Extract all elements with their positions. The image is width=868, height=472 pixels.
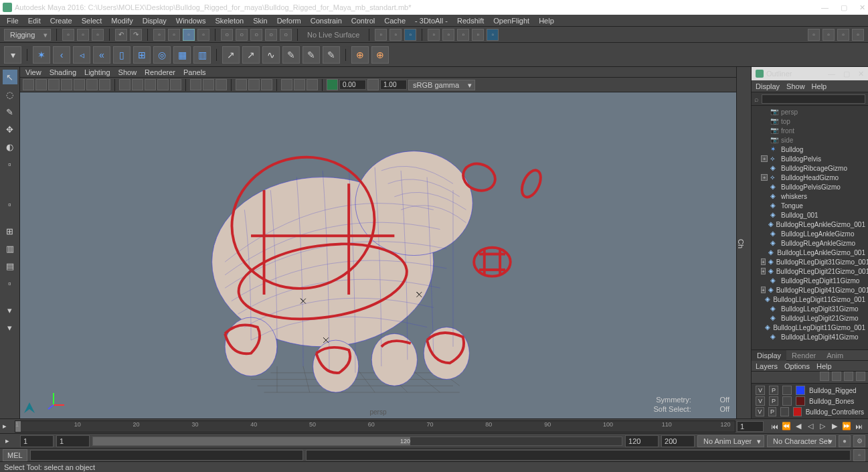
- gamma-field[interactable]: [380, 80, 407, 90]
- menu-skeleton[interactable]: Skeleton: [211, 15, 248, 26]
- range-slider-track[interactable]: 120: [92, 437, 622, 446]
- shelf-item-12-icon[interactable]: ∿: [262, 46, 280, 64]
- shelf-item-7-icon[interactable]: ◎: [153, 46, 171, 64]
- range-inner-end-field[interactable]: [625, 435, 659, 447]
- sidebar-toggle-2-icon[interactable]: ▫: [822, 29, 835, 41]
- outliner-item[interactable]: 📷side: [752, 135, 868, 145]
- exposure-field[interactable]: [339, 80, 366, 90]
- layer-color-swatch[interactable]: [793, 407, 802, 416]
- outliner-item[interactable]: ◈BulldogRLegDigit11Gizmo: [752, 276, 868, 285]
- expand-icon[interactable]: +: [761, 155, 768, 162]
- outliner-tree[interactable]: 📷persp📷top📷front📷side✶Bulldog+⟡BulldogPe…: [752, 106, 868, 349]
- time-slider-track[interactable]: 1102030405060708090100110120: [15, 420, 735, 432]
- menu-dtoall[interactable]: - 3DtoAll -: [411, 15, 452, 26]
- menu-constrain[interactable]: Constrain: [307, 15, 346, 26]
- shelf-item-9-icon[interactable]: ▥: [193, 46, 211, 64]
- layer-type-toggle[interactable]: [782, 386, 792, 395]
- layer-color-swatch[interactable]: [796, 386, 805, 395]
- lights-icon[interactable]: [157, 79, 169, 90]
- menu-skin[interactable]: Skin: [249, 15, 271, 26]
- shelf-item-14-icon[interactable]: ✎: [302, 46, 320, 64]
- expand-icon[interactable]: +: [761, 268, 766, 274]
- shadows-icon[interactable]: [170, 79, 181, 90]
- hypershade-icon[interactable]: ▫: [487, 29, 499, 41]
- outliner-item[interactable]: ◈BulldogLLegDigit11Gizmo_001: [752, 295, 868, 304]
- layer-type-toggle[interactable]: [782, 396, 792, 406]
- gate-mask-icon[interactable]: [99, 79, 110, 90]
- exposure-lock-icon[interactable]: [281, 79, 292, 90]
- layer-new-selected-icon[interactable]: [856, 372, 865, 381]
- ao-icon[interactable]: [236, 79, 247, 90]
- outliner-item[interactable]: 📷top: [752, 116, 868, 126]
- open-scene-icon[interactable]: ▫: [77, 29, 89, 41]
- redo-icon[interactable]: ↷: [130, 29, 142, 41]
- layer-move-down-icon[interactable]: [832, 372, 841, 381]
- shelf-item-11-icon[interactable]: ↗: [242, 46, 260, 64]
- outliner-item[interactable]: ◈BulldogRLegAnkleGizmo_001: [752, 220, 868, 229]
- outliner-item[interactable]: 📷persp: [752, 107, 868, 116]
- outliner-item[interactable]: ◈BulldogLLegDigit31Gizmo: [752, 304, 868, 313]
- outliner-item[interactable]: ◈BulldogLLegDigit21Gizmo: [752, 313, 868, 323]
- isolate-icon[interactable]: [190, 79, 201, 90]
- auto-key-icon[interactable]: ●: [839, 435, 851, 447]
- rotate-tool[interactable]: ◐: [3, 139, 17, 154]
- sidebar-toggle-3-icon[interactable]: ▫: [837, 29, 849, 41]
- outliner-item[interactable]: +⟡BulldogPelvis: [752, 154, 868, 163]
- layer-new-empty-icon[interactable]: [844, 372, 853, 381]
- layer-row[interactable]: VPBulldog_Bones: [752, 396, 868, 406]
- menu-openflight[interactable]: OpenFlight: [489, 15, 533, 26]
- menu-help[interactable]: Help: [535, 15, 558, 26]
- shelf-item-4-icon[interactable]: «: [93, 46, 110, 64]
- shelf-item-3-icon[interactable]: ◃: [73, 46, 90, 64]
- layer-visibility-toggle[interactable]: V: [756, 396, 765, 406]
- exposure-icon[interactable]: [294, 79, 305, 90]
- xray-joints-icon[interactable]: [215, 79, 227, 90]
- shelf-item-2-icon[interactable]: ‹: [53, 46, 70, 64]
- xray-icon[interactable]: [203, 79, 214, 90]
- camera-select-icon[interactable]: [23, 79, 34, 90]
- layer-tab-display[interactable]: Display: [752, 350, 786, 361]
- shelf-item-15-icon[interactable]: ✎: [323, 46, 340, 64]
- snap-plane-icon[interactable]: ○: [265, 29, 277, 41]
- layer-playback-toggle[interactable]: P: [769, 386, 778, 395]
- panel-menu-view[interactable]: View: [25, 68, 41, 76]
- snap-grid-icon[interactable]: ○: [221, 29, 233, 41]
- history-icon[interactable]: ▫: [375, 29, 387, 41]
- menu-deform[interactable]: Deform: [273, 15, 305, 26]
- layer-menu-help[interactable]: Help: [816, 362, 832, 370]
- textured-icon[interactable]: [145, 79, 156, 90]
- outliner-item[interactable]: ◈BulldogRLegAnkleGizmo: [752, 238, 868, 248]
- motion-blur-icon[interactable]: [248, 79, 260, 90]
- shelf-item-1-icon[interactable]: ✶: [33, 46, 50, 64]
- outliner-item[interactable]: ✶Bulldog: [752, 145, 868, 154]
- layout-two-icon[interactable]: ▥: [3, 241, 17, 256]
- outliner-item[interactable]: +◈BulldogRLegDigit41Gizmo_001: [752, 285, 868, 295]
- outliner-menu-show[interactable]: Show: [786, 82, 805, 90]
- step-forward-button[interactable]: ▶: [829, 421, 840, 432]
- layer-visibility-toggle[interactable]: V: [756, 386, 765, 395]
- render-frame-icon[interactable]: ▫: [428, 29, 440, 41]
- go-to-start-button[interactable]: ⏮: [769, 421, 780, 432]
- layer-row[interactable]: VPBulldog_Rigged: [752, 385, 868, 396]
- menu-edit[interactable]: Edit: [24, 15, 45, 26]
- timeslider-collapse-icon[interactable]: ▸: [3, 422, 12, 431]
- viewport-20-icon[interactable]: [327, 79, 338, 90]
- menu-modify[interactable]: Modify: [107, 15, 137, 26]
- channel-box-tab[interactable]: Ch: [736, 67, 751, 418]
- sel-component-icon[interactable]: ▫: [183, 29, 195, 41]
- snap-curve-icon[interactable]: ○: [236, 29, 248, 41]
- range-collapse-icon[interactable]: ▸: [5, 437, 15, 446]
- maximize-button[interactable]: ▢: [841, 3, 847, 12]
- outliner-minimize-button[interactable]: —: [828, 70, 835, 78]
- layer-playback-toggle[interactable]: P: [769, 396, 778, 406]
- outliner-item[interactable]: ◈BulldogPelvisGizmo: [752, 182, 868, 191]
- outliner-item[interactable]: +⟡BulldogHeadGizmo: [752, 173, 868, 182]
- image-plane-icon[interactable]: [48, 79, 60, 90]
- range-start-field[interactable]: [20, 435, 54, 447]
- history-off-icon[interactable]: ▫: [389, 29, 402, 41]
- outliner-item[interactable]: ◈BulldogLLegDigit11Gizmo_001: [752, 323, 868, 332]
- new-scene-icon[interactable]: ▫: [62, 29, 74, 41]
- layer-color-swatch[interactable]: [796, 396, 805, 406]
- layer-menu-options[interactable]: Options: [784, 362, 810, 370]
- ipr-render-icon[interactable]: ▫: [442, 29, 454, 41]
